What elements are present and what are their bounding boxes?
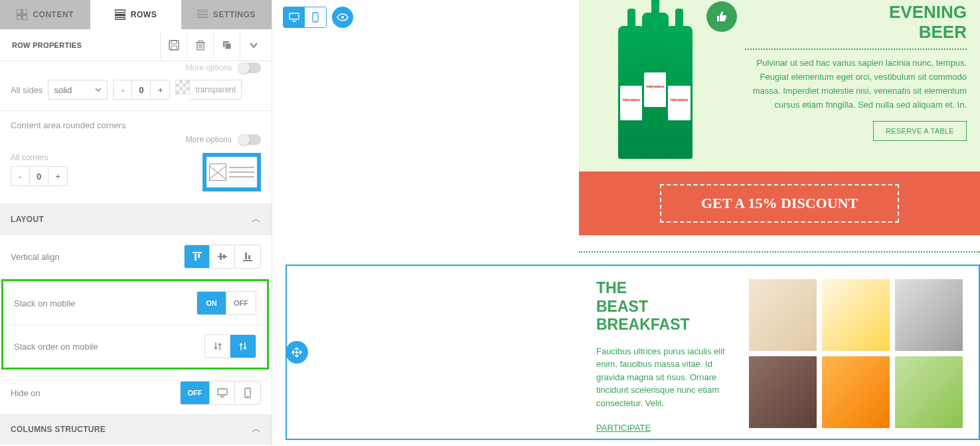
align-bottom-icon bbox=[242, 251, 253, 262]
layout-section-header[interactable]: LAYOUT ︿ bbox=[0, 204, 272, 235]
stack-off-button[interactable]: OFF bbox=[226, 292, 256, 314]
beer-title-2: BEER bbox=[919, 22, 967, 42]
order-down-icon bbox=[212, 341, 223, 352]
thumbs-up-badge bbox=[706, 1, 737, 32]
grid-image bbox=[895, 356, 963, 428]
more-options-top: More options bbox=[0, 61, 272, 76]
align-top-button[interactable] bbox=[185, 245, 210, 268]
plus[interactable]: + bbox=[48, 167, 67, 185]
save-button[interactable] bbox=[160, 32, 187, 58]
bottle-image: Heineken bbox=[642, 13, 669, 159]
grid-image bbox=[822, 356, 890, 428]
more-options-corners: More options bbox=[0, 134, 272, 148]
trash-icon bbox=[195, 40, 206, 51]
minus[interactable]: - bbox=[11, 167, 30, 185]
order-normal-button[interactable] bbox=[205, 335, 230, 358]
svg-rect-26 bbox=[223, 255, 225, 259]
mobile-icon bbox=[312, 12, 319, 23]
properties-panel: More options All sides solid - 0 + trans… bbox=[0, 61, 272, 446]
stack-toggle: ON OFF bbox=[197, 291, 256, 315]
stack-on-button[interactable]: ON bbox=[197, 292, 226, 314]
value: 0 bbox=[30, 167, 48, 185]
breakfast-text: Faucibus ultrices purus iaculis elit eni… bbox=[596, 345, 742, 410]
layout-thumbnail[interactable] bbox=[203, 153, 261, 191]
minus[interactable]: - bbox=[114, 80, 132, 99]
grid-image bbox=[749, 279, 817, 351]
border-width-stepper[interactable]: - 0 + bbox=[113, 80, 170, 100]
stack-label: Stack on mobile bbox=[14, 298, 76, 308]
truncated-label: More options bbox=[186, 63, 232, 72]
order-up-icon bbox=[238, 341, 248, 352]
beer-title-1: EVENING bbox=[889, 2, 967, 22]
email-preview: Heineken Heineken Heineken EVENINGBEER P… bbox=[579, 0, 980, 253]
svg-rect-1 bbox=[23, 9, 27, 14]
stack-mobile-row: Stack on mobile ON OFF bbox=[3, 281, 267, 324]
align-middle-icon bbox=[217, 251, 228, 262]
canvas: Heineken Heineken Heineken EVENINGBEER P… bbox=[272, 0, 980, 446]
mobile-preview-button[interactable] bbox=[305, 7, 326, 27]
tab-label: CONTENT bbox=[33, 10, 74, 19]
toggle[interactable] bbox=[238, 134, 261, 145]
border-style-select[interactable]: solid bbox=[48, 80, 108, 100]
duplicate-button[interactable] bbox=[213, 32, 240, 58]
corner-radius-stepper[interactable]: - 0 + bbox=[11, 166, 68, 186]
tab-label: ROWS bbox=[131, 10, 157, 19]
divider bbox=[745, 49, 967, 50]
move-handle[interactable] bbox=[286, 341, 308, 364]
panel-actions bbox=[160, 32, 266, 58]
image-grid bbox=[749, 279, 963, 425]
preview-button[interactable] bbox=[332, 7, 353, 28]
valign-group bbox=[184, 245, 261, 269]
discount-banner[interactable]: GET A 15% DISCOUNT bbox=[579, 171, 980, 235]
rows-icon bbox=[115, 9, 125, 20]
panel-title: ROW PROPERTIES bbox=[12, 41, 82, 49]
svg-rect-23 bbox=[198, 254, 200, 258]
desktop-icon bbox=[217, 388, 228, 397]
stack-order-group bbox=[204, 334, 256, 358]
align-bottom-button[interactable] bbox=[235, 245, 260, 268]
tab-settings[interactable]: SETTINGS bbox=[181, 0, 272, 29]
svg-point-33 bbox=[247, 395, 248, 397]
desktop-preview-button[interactable] bbox=[284, 7, 305, 27]
plus[interactable]: + bbox=[151, 80, 169, 99]
stack-order-label: Stack order on mobile bbox=[14, 342, 98, 352]
selected-row[interactable]: THE BEAST BREAKFAST Faucibus ultrices pu… bbox=[286, 265, 980, 440]
breakfast-title: THE BEAST BREAKFAST bbox=[596, 279, 742, 334]
bottle-image: Heineken bbox=[666, 26, 693, 159]
align-middle-button[interactable] bbox=[210, 245, 235, 268]
svg-rect-5 bbox=[115, 14, 125, 16]
svg-rect-20 bbox=[225, 43, 231, 49]
rounded-corners-label: Content area rounded corners bbox=[0, 111, 272, 134]
hide-label: Hide on bbox=[11, 388, 41, 398]
preview-bar bbox=[283, 7, 353, 28]
collapse-button[interactable] bbox=[240, 32, 266, 58]
device-switch bbox=[283, 7, 327, 28]
border-row: All sides solid - 0 + transparent bbox=[0, 76, 272, 111]
transparent-label: transparent bbox=[190, 80, 242, 100]
svg-rect-7 bbox=[197, 10, 208, 12]
order-reverse-button[interactable] bbox=[230, 335, 256, 358]
stack-order-row: Stack order on mobile bbox=[3, 324, 267, 368]
tab-content[interactable]: CONTENT bbox=[0, 0, 90, 29]
toggle[interactable] bbox=[238, 62, 261, 73]
reserve-button[interactable]: RESERVE A TABLE bbox=[873, 121, 967, 141]
tab-rows[interactable]: ROWS bbox=[90, 0, 181, 29]
panel-header: ROW PROPERTIES bbox=[0, 29, 272, 61]
hide-mobile-button[interactable] bbox=[235, 382, 260, 404]
participate-link[interactable]: PARTICIPATE bbox=[596, 423, 651, 433]
select-value: solid bbox=[54, 85, 72, 95]
svg-rect-22 bbox=[195, 254, 197, 261]
color-swatch[interactable] bbox=[175, 80, 190, 94]
beer-text: Pulvinar ut sed hac varius sapien lacini… bbox=[745, 56, 967, 112]
grid-image bbox=[749, 356, 817, 428]
svg-point-38 bbox=[341, 16, 344, 19]
hide-desktop-button[interactable] bbox=[210, 382, 235, 404]
grid-image bbox=[822, 279, 890, 351]
thumbs-up-icon bbox=[715, 10, 728, 23]
svg-rect-4 bbox=[115, 10, 125, 13]
chevron-up-icon: ︿ bbox=[252, 213, 261, 225]
delete-button[interactable] bbox=[187, 32, 213, 58]
columns-section-header[interactable]: COLUMNS STRUCTURE ︿ bbox=[0, 414, 272, 445]
section-title: LAYOUT bbox=[11, 215, 44, 224]
hide-off-button[interactable]: OFF bbox=[181, 382, 210, 404]
